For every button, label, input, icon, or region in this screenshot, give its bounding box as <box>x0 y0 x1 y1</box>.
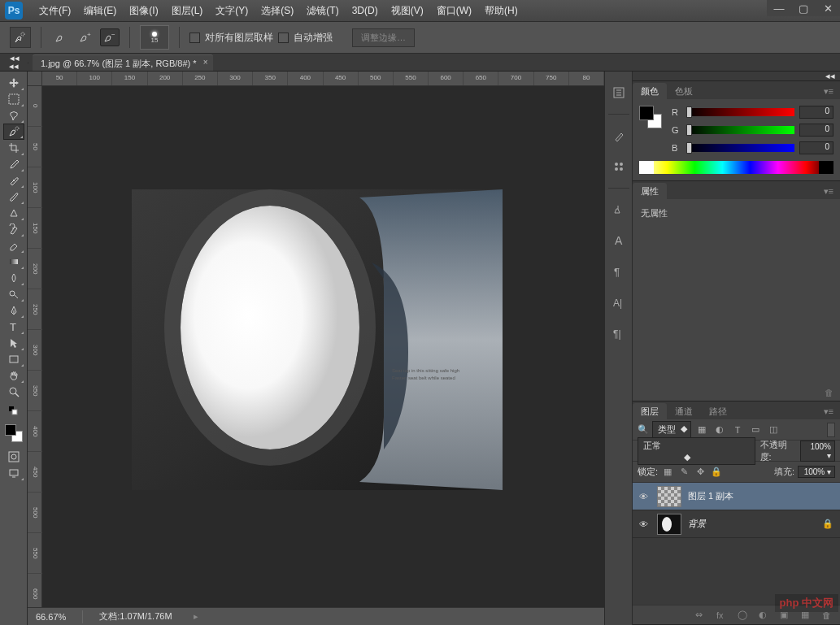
tab-layers[interactable]: 图层 <box>633 403 667 419</box>
type-tool[interactable]: T <box>3 319 24 335</box>
tab-color[interactable]: 颜色 <box>633 83 667 99</box>
layers-panel-menu-icon[interactable]: ▾≡ <box>817 404 840 419</box>
para-styles-panel-icon[interactable]: ¶| <box>609 323 629 343</box>
history-panel-icon[interactable] <box>609 83 629 102</box>
dodge-tool[interactable] <box>3 286 24 302</box>
filter-smart-icon[interactable]: ◫ <box>766 423 781 437</box>
auto-enhance-checkbox[interactable] <box>278 33 289 43</box>
quick-mask-toggle[interactable] <box>3 449 24 465</box>
opacity-value[interactable]: 100% ▾ <box>800 441 835 462</box>
filter-type-icon[interactable]: T <box>730 423 745 437</box>
menu-select[interactable]: 选择(S) <box>255 1 300 21</box>
hand-tool[interactable] <box>3 367 24 384</box>
menu-edit[interactable]: 编辑(E) <box>77 1 123 21</box>
add-selection-icon[interactable]: + <box>76 28 95 46</box>
brush-panel-icon[interactable] <box>609 126 629 145</box>
minimize-button[interactable]: — <box>767 0 791 16</box>
visibility-toggle-icon[interactable]: 👁 <box>636 492 651 501</box>
layer-name[interactable]: 图层 1 副本 <box>688 490 840 502</box>
layer-thumbnail[interactable] <box>657 514 681 535</box>
vertical-ruler[interactable]: 050 100150 200250 300350 400450 500550 6… <box>28 86 42 609</box>
layer-row[interactable]: 👁 背景 🔒 <box>633 510 840 538</box>
brush-preset-picker[interactable]: 15 <box>140 25 169 50</box>
tab-properties[interactable]: 属性 <box>633 183 667 199</box>
brush-tool[interactable] <box>3 189 24 205</box>
healing-brush-tool[interactable] <box>3 172 24 189</box>
filter-shape-icon[interactable]: ▭ <box>748 423 763 437</box>
menu-layer[interactable]: 图层(L) <box>165 1 210 21</box>
filter-toggle[interactable] <box>827 423 835 437</box>
document-tab[interactable]: 1.jpg @ 66.7% (图层 1 副本, RGB/8#) * × <box>33 54 213 71</box>
new-selection-icon[interactable] <box>51 28 71 46</box>
b-value[interactable]: 0 <box>799 141 833 154</box>
b-slider[interactable] <box>686 144 794 152</box>
layer-filter-kind[interactable]: 类型 ◆ <box>652 421 691 438</box>
move-tool[interactable] <box>3 75 24 91</box>
g-value[interactable]: 0 <box>799 124 833 137</box>
blur-tool[interactable] <box>3 270 24 286</box>
document-info[interactable]: 文档:1.07M/1.76M <box>99 610 172 623</box>
color-spectrum[interactable] <box>639 161 833 174</box>
zoom-level[interactable]: 66.67% <box>36 612 66 622</box>
layer-mask-icon[interactable]: ◯ <box>738 610 749 620</box>
layer-effects-icon[interactable]: fx <box>716 610 728 620</box>
clone-source-panel-icon[interactable] <box>609 200 629 219</box>
tab-swatches[interactable]: 色板 <box>667 83 701 99</box>
tab-paths[interactable]: 路径 <box>701 403 735 419</box>
link-layers-icon[interactable]: ⇔ <box>695 610 707 620</box>
lock-pixels-icon[interactable]: ✎ <box>677 466 690 479</box>
eyedropper-tool[interactable] <box>3 156 24 172</box>
menu-view[interactable]: 视图(V) <box>385 1 430 21</box>
history-brush-tool[interactable] <box>3 221 24 237</box>
filter-adjust-icon[interactable]: ◐ <box>712 423 727 437</box>
r-slider[interactable] <box>686 108 794 116</box>
marquee-tool[interactable] <box>3 91 24 107</box>
paragraph-panel-icon[interactable]: ¶ <box>609 262 629 281</box>
lock-transparent-icon[interactable]: ▦ <box>661 466 674 479</box>
filter-pixel-icon[interactable]: ▦ <box>694 423 709 437</box>
zoom-tool[interactable] <box>3 384 24 400</box>
quick-select-tool-icon[interactable] <box>10 27 31 48</box>
menu-help[interactable]: 帮助(H) <box>478 1 524 21</box>
g-slider[interactable] <box>686 126 794 134</box>
menu-type[interactable]: 文字(Y) <box>209 1 255 21</box>
properties-panel-menu-icon[interactable]: ▾≡ <box>817 184 840 199</box>
lock-position-icon[interactable]: ✥ <box>694 466 707 479</box>
rectangle-tool[interactable] <box>3 351 24 367</box>
subtract-selection-icon[interactable]: − <box>100 28 120 46</box>
properties-trash-icon[interactable]: 🗑 <box>825 388 833 397</box>
status-menu-icon[interactable]: ▸ <box>194 611 198 622</box>
color-panel-menu-icon[interactable]: ▾≡ <box>817 84 840 99</box>
canvas-area[interactable]: 50100 150200 250300 350400 450500 550600… <box>28 72 604 625</box>
layer-name[interactable]: 背景 <box>688 518 816 530</box>
menu-window[interactable]: 窗口(W) <box>430 1 478 21</box>
lasso-tool[interactable] <box>3 107 24 124</box>
pen-tool[interactable] <box>3 302 24 319</box>
fill-value[interactable]: 100% ▾ <box>798 466 835 478</box>
toolbox-collapse-handle[interactable]: ◂◂ <box>0 62 28 72</box>
lock-all-icon[interactable]: 🔒 <box>710 466 723 479</box>
panel-collapse-handle[interactable]: ◂◂ <box>633 72 840 81</box>
maximize-button[interactable]: ▢ <box>791 0 816 16</box>
r-value[interactable]: 0 <box>799 106 833 119</box>
menu-filter[interactable]: 滤镜(T) <box>300 1 345 21</box>
screen-mode-toggle[interactable] <box>3 465 24 481</box>
tab-channels[interactable]: 通道 <box>667 403 701 419</box>
crop-tool[interactable] <box>3 140 24 156</box>
layer-thumbnail[interactable] <box>657 486 681 507</box>
layer-row[interactable]: 👁 图层 1 副本 <box>633 483 840 510</box>
foreground-background-color[interactable] <box>3 423 24 444</box>
horizontal-ruler[interactable]: 50100 150200 250300 350400 450500 550600… <box>42 72 604 86</box>
menu-image[interactable]: 图像(I) <box>123 1 164 21</box>
sample-all-layers-checkbox[interactable] <box>189 33 200 43</box>
character-panel-icon[interactable]: A <box>609 231 629 250</box>
close-tab-icon[interactable]: × <box>203 58 208 67</box>
close-button[interactable]: ✕ <box>816 0 840 16</box>
brush-presets-panel-icon[interactable] <box>609 157 629 176</box>
visibility-toggle-icon[interactable]: 👁 <box>636 519 651 529</box>
app-logo[interactable]: Ps <box>5 2 23 20</box>
clone-stamp-tool[interactable] <box>3 205 24 221</box>
refine-edge-button[interactable]: 调整边缘… <box>352 28 415 47</box>
menu-3d[interactable]: 3D(D) <box>346 2 385 20</box>
gradient-tool[interactable] <box>3 254 24 270</box>
